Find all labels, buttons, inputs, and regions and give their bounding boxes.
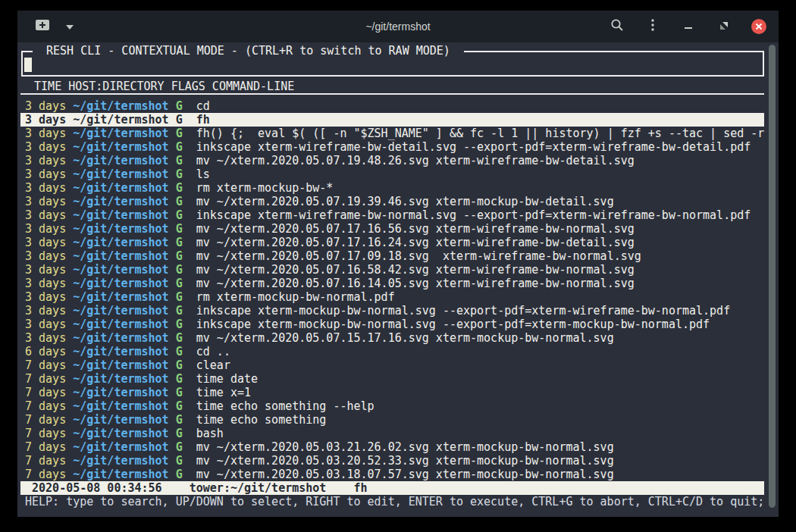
row-command: fh() {; eval $( ([ -n "$ZSH_NAME" ] && f…: [183, 127, 764, 140]
row-command: inkscape xterm-wireframe-bw-detail.svg -…: [183, 140, 751, 154]
history-row[interactable]: 3 days ~/git/termshot G mv ~/xterm.2020.…: [20, 236, 764, 249]
row-time: 3 days: [25, 263, 66, 277]
history-row[interactable]: 3 days ~/git/termshot G mv ~/xterm.2020.…: [20, 222, 764, 236]
row-flags: G: [169, 277, 183, 290]
restore-button[interactable]: [716, 18, 732, 35]
row-time: 3 days: [25, 318, 66, 331]
row-flags: G: [169, 413, 183, 427]
row-time: 7 days: [25, 454, 66, 468]
row-flags: G: [169, 167, 183, 181]
history-row[interactable]: 7 days ~/git/termshot G mv ~/xterm.2020.…: [20, 468, 764, 481]
history-row[interactable]: 3 days ~/git/termshot G rm xterm-mockup-…: [20, 181, 764, 195]
row-time: 3 days: [25, 99, 66, 113]
row-flags: G: [169, 127, 183, 140]
search-icon: [610, 18, 624, 35]
close-icon: [755, 20, 763, 33]
history-row[interactable]: 3 days ~/git/termshot G cd: [20, 99, 764, 113]
minimize-button[interactable]: [680, 18, 697, 35]
history-row[interactable]: 3 days ~/git/termshot G inkscape xterm-w…: [20, 140, 764, 154]
history-row[interactable]: 7 days ~/git/termshot G time date: [20, 372, 764, 386]
history-row[interactable]: 3 days ~/git/termshot G mv ~/xterm.2020.…: [20, 277, 764, 290]
row-flags: G: [169, 318, 183, 331]
row-time: 7 days: [25, 440, 66, 454]
row-time: 3 days: [25, 290, 66, 304]
scrollbar-thumb[interactable]: [769, 45, 776, 508]
row-flags: G: [169, 358, 183, 372]
new-tab-icon: [35, 18, 50, 35]
row-directory: ~/git/termshot: [66, 399, 168, 413]
row-flags: G: [169, 263, 183, 277]
history-row[interactable]: 3 days ~/git/termshot G ls: [20, 167, 764, 181]
row-directory: ~/git/termshot: [66, 468, 168, 481]
history-row[interactable]: 7 days ~/git/termshot G mv ~/xterm.2020.…: [20, 454, 764, 468]
row-flags: G: [169, 222, 183, 236]
history-row[interactable]: 3 days ~/git/termshot G mv ~/xterm.2020.…: [20, 331, 764, 345]
history-row[interactable]: 3 days ~/git/termshot G mv ~/xterm.2020.…: [20, 249, 764, 263]
row-command: time echo something: [183, 413, 327, 427]
search-button[interactable]: [609, 18, 625, 35]
history-row[interactable]: 7 days ~/git/termshot G time echo someth…: [20, 399, 764, 413]
history-row[interactable]: 3 days ~/git/termshot G inkscape xterm-m…: [20, 318, 764, 331]
row-time: 3 days: [25, 127, 66, 140]
tab-chooser-button[interactable]: [61, 18, 78, 35]
row-command: mv ~/xterm.2020.05.03.20.52.33.svg xterm…: [183, 454, 614, 468]
history-row[interactable]: 3 days ~/git/termshot G rm xterm-mockup-…: [20, 290, 764, 304]
new-tab-button[interactable]: [34, 18, 51, 35]
terminal-window: ~/git/termshot: [17, 11, 779, 517]
search-input[interactable]: RESH CLI - CONTEXTUAL MODE - (CTRL+R to …: [21, 51, 764, 77]
row-command: rm xterm-mockup-bw-normal.pdf: [183, 290, 395, 304]
text-cursor: [24, 58, 32, 72]
row-time: 3 days: [25, 249, 66, 263]
history-row[interactable]: 3 days ~/git/termshot G inkscape xterm-m…: [20, 304, 764, 318]
row-directory: ~/git/termshot: [66, 345, 168, 358]
row-directory: ~/git/termshot: [66, 386, 168, 399]
history-row[interactable]: 3 days ~/git/termshot G mv ~/xterm.2020.…: [20, 263, 764, 277]
row-directory: ~/git/termshot: [66, 331, 168, 345]
history-row[interactable]: 6 days ~/git/termshot G cd ..: [20, 345, 764, 358]
row-command: cd ..: [183, 345, 230, 358]
history-row[interactable]: 3 days ~/git/termshot G mv ~/xterm.2020.…: [20, 195, 764, 208]
history-row[interactable]: 3 days ~/git/termshot G mv ~/xterm.2020.…: [20, 154, 764, 167]
row-flags: G: [169, 331, 183, 345]
row-time: 7 days: [25, 468, 66, 481]
row-flags: G: [169, 208, 183, 222]
row-directory: ~/git/termshot: [66, 222, 168, 236]
row-directory: ~/git/termshot: [66, 263, 168, 277]
history-row[interactable]: 7 days ~/git/termshot G clear: [20, 358, 764, 372]
close-button[interactable]: [751, 19, 766, 34]
row-directory: ~/git/termshot: [66, 277, 168, 290]
row-command: mv ~/xterm.2020.05.03.18.07.57.svg xterm…: [183, 468, 614, 481]
row-flags: G: [169, 154, 183, 167]
row-flags: G: [169, 99, 183, 113]
minimize-icon: [684, 20, 693, 33]
row-directory: ~/git/termshot: [66, 140, 168, 154]
row-time: 3 days: [25, 222, 66, 236]
row-directory: ~/git/termshot: [66, 304, 168, 318]
row-time: 7 days: [25, 372, 66, 386]
row-time: 3 days: [25, 140, 66, 154]
history-row[interactable]: 7 days ~/git/termshot G mv ~/xterm.2020.…: [20, 440, 764, 454]
row-flags: G: [169, 290, 183, 304]
row-flags: G: [169, 345, 183, 358]
row-time: 3 days: [25, 208, 66, 222]
row-time: 6 days: [25, 345, 66, 358]
history-row[interactable]: 3 days ~/git/termshot G fh() {; eval $( …: [20, 127, 764, 140]
row-time: 7 days: [25, 386, 66, 399]
row-command: cd: [183, 99, 210, 113]
row-time: 3 days: [25, 181, 66, 195]
row-time: 7 days: [25, 427, 66, 440]
row-command: mv ~/xterm.2020.05.07.17.16.24.svg xterm…: [183, 236, 635, 249]
history-row[interactable]: 3 days ~/git/termshot G inkscape xterm-w…: [20, 208, 764, 222]
row-time: 7 days: [25, 399, 66, 413]
history-row[interactable]: 3 days ~/git/termshot G fh: [20, 113, 764, 127]
status-bar: 2020-05-08 00:34:56 tower:~/git/termshot…: [20, 481, 764, 495]
history-row[interactable]: 7 days ~/git/termshot G time x=1: [20, 386, 764, 399]
menu-button[interactable]: [644, 18, 661, 35]
history-row[interactable]: 7 days ~/git/termshot G bash: [20, 427, 764, 440]
history-row[interactable]: 7 days ~/git/termshot G time echo someth…: [20, 413, 764, 427]
row-command: inkscape xterm-wireframe-bw-normal.svg -…: [183, 208, 751, 222]
row-command: inkscape xterm-mockup-bw-normal.svg --ex…: [183, 304, 730, 318]
row-command: time date: [183, 372, 258, 386]
row-time: 3 days: [25, 236, 66, 249]
row-time: 3 days: [25, 304, 66, 318]
